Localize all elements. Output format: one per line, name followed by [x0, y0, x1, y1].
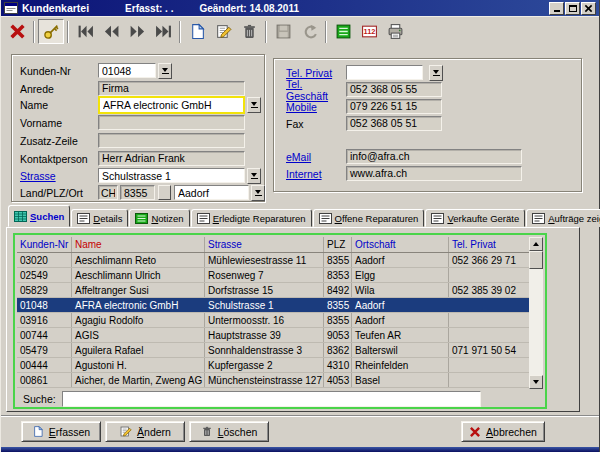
delete-record-button[interactable] — [236, 19, 262, 44]
abbrechen-button[interactable]: Abbrechen — [461, 421, 545, 442]
edit-record-button[interactable] — [210, 19, 236, 44]
table-cell — [449, 268, 531, 282]
land-plz-ort-label: Land/PLZ/Ort — [20, 187, 98, 199]
tab-label: Erledigte Reparaturen — [213, 213, 306, 224]
tab-details[interactable]: Details — [71, 209, 128, 227]
scrollbar-thumb[interactable] — [529, 251, 543, 269]
plz-lookup-button[interactable] — [158, 185, 171, 200]
field-row: Land/PLZ/Ort — [20, 184, 265, 201]
ort-input[interactable] — [174, 185, 249, 200]
nav-last-button[interactable] — [150, 19, 176, 44]
column-header-plz[interactable]: PLZ — [324, 237, 352, 252]
table-cell: 03916 — [17, 313, 72, 327]
tel-privat-input[interactable] — [346, 65, 423, 80]
scroll-down-button[interactable] — [529, 375, 543, 389]
list-icon — [77, 213, 90, 224]
minimize-button[interactable] — [549, 2, 564, 15]
kontaktperson-label: Kontaktperson — [20, 153, 98, 165]
titlebar[interactable]: Kundenkartei Erfasst: . . Geändert: 14.0… — [1, 0, 599, 16]
table-row[interactable]: 03916Agagiu RodolfoUntermoosstr. 168355A… — [17, 313, 531, 328]
table-cell: Aeschlimann Reto — [72, 253, 205, 267]
search-input[interactable] — [62, 391, 481, 407]
table-row[interactable]: 02549Aeschlimann UlrichRosenweg 78353Elg… — [17, 268, 531, 283]
table-cell — [449, 358, 531, 372]
new-document-icon — [189, 23, 206, 40]
field-row: Mobile 079 226 51 15 — [286, 98, 442, 115]
kunden-nr-dropdown-button[interactable] — [158, 63, 172, 79]
print-button[interactable] — [382, 19, 408, 44]
mobile-link-label[interactable]: Mobile — [286, 101, 346, 113]
phone-directory-button[interactable]: 112 — [356, 19, 382, 44]
column-header-name[interactable]: Name — [72, 237, 205, 252]
column-header-strasse[interactable]: Strasse — [205, 237, 324, 252]
table-row[interactable]: 05479Aguilera RafaelSonnhaldenstrasse 38… — [17, 343, 531, 358]
exit-button[interactable] — [4, 19, 30, 44]
name-label: Name — [20, 99, 98, 111]
internet-link-label[interactable]: Internet — [286, 168, 346, 180]
nav-prev-button[interactable] — [98, 19, 124, 44]
loeschen-button[interactable]: Löschen — [189, 421, 269, 442]
window-title: Kundenkartei — [22, 2, 89, 14]
close-icon — [584, 4, 593, 13]
name-dropdown-button[interactable] — [247, 97, 261, 113]
toolbar-separator — [179, 21, 181, 43]
scroll-up-button[interactable] — [529, 237, 543, 251]
nav-next-button[interactable] — [124, 19, 150, 44]
column-header-tel-privat[interactable]: Tel. Privat — [449, 237, 531, 252]
table-row[interactable]: 00444Agustoni H.Kupfergasse 24310Rheinfe… — [17, 358, 531, 373]
tab-auftraege-zeigen[interactable]: Aufträge zeigen — [526, 209, 600, 227]
table-row[interactable]: 00861Aicher, de Martin, Zweng AGMünchens… — [17, 373, 531, 388]
table-cell: Elgg — [352, 268, 449, 282]
table-scrollbar[interactable] — [529, 237, 543, 389]
previous-record-icon — [103, 23, 120, 40]
tab-notizen[interactable]: Notizen — [129, 209, 189, 227]
land-input[interactable] — [98, 185, 118, 200]
maximize-button[interactable] — [565, 2, 580, 15]
customer-table: Kunden-Nr Name Strasse PLZ Ortschaft Tel… — [17, 237, 531, 388]
erfassen-button[interactable]: Erfassen — [21, 421, 101, 442]
field-row: Internet www.afra.ch — [286, 165, 522, 182]
search-key-button[interactable] — [38, 19, 64, 44]
new-document-icon — [32, 425, 44, 438]
trash-icon — [201, 425, 213, 438]
chevron-down-icon — [162, 68, 168, 72]
kunden-nr-input[interactable] — [98, 63, 156, 78]
tab-offene-reparaturen[interactable]: Offene Reparaturen — [313, 209, 425, 227]
table-cell: 8355 — [324, 253, 352, 267]
table-row[interactable]: 00744AGISHauptstrasse 399053Teufen AR — [17, 328, 531, 343]
table-cell: 4310 — [324, 358, 352, 372]
new-record-button[interactable] — [184, 19, 210, 44]
bottom-separator — [1, 415, 599, 417]
table-cell: AGIS — [72, 328, 205, 342]
aendern-button[interactable]: Ändern — [105, 421, 185, 442]
email-link-label[interactable]: eMail — [286, 151, 346, 163]
name-input[interactable] — [98, 96, 245, 114]
ort-dropdown-button[interactable] — [251, 185, 265, 201]
nav-first-button[interactable] — [72, 19, 98, 44]
button-label: Ändern — [137, 426, 171, 438]
column-header-kunden-nr[interactable]: Kunden-Nr — [17, 237, 72, 252]
table-cell: Rosenweg 7 — [205, 268, 324, 282]
table-cell: Wila — [352, 283, 449, 297]
close-button[interactable] — [581, 2, 596, 15]
tel-privat-dropdown-button[interactable] — [429, 65, 443, 81]
table-row[interactable]: 05829Affeltranger SusiDorfstrasse 158492… — [17, 283, 531, 298]
table-cell: Aicher, de Martin, Zweng AG — [72, 373, 205, 387]
column-header-ortschaft[interactable]: Ortschaft — [352, 237, 449, 252]
tab-label: Offene Reparaturen — [335, 213, 419, 224]
exit-x-icon — [9, 23, 26, 40]
plz-input[interactable] — [120, 185, 155, 200]
strasse-link-label[interactable]: Strasse — [20, 170, 98, 182]
tab-verkaufte-geraete[interactable]: Verkaufte Geräte — [425, 209, 525, 227]
strasse-dropdown-button[interactable] — [247, 168, 261, 184]
strasse-input[interactable] — [98, 168, 245, 183]
table-header-row: Kunden-Nr Name Strasse PLZ Ortschaft Tel… — [17, 237, 531, 253]
tab-suchen[interactable]: Suchen — [8, 205, 70, 227]
tab-erledigte-reparaturen[interactable]: Erledigte Reparaturen — [191, 209, 312, 227]
table-row[interactable]: 03020Aeschlimann RetoMühlewiesestrasse 1… — [17, 253, 531, 268]
table-row-selected[interactable]: 01048AFRA electronic GmbHSchulstrasse 18… — [17, 298, 531, 313]
table-cell: 00744 — [17, 328, 72, 342]
table-cell: 05479 — [17, 343, 72, 357]
notes-list-button[interactable] — [330, 19, 356, 44]
cancel-x-icon — [469, 426, 481, 438]
